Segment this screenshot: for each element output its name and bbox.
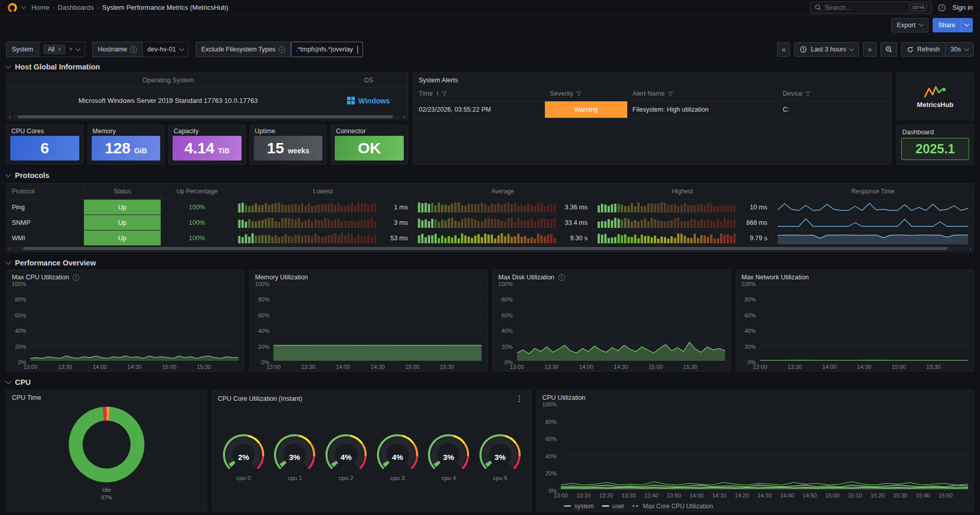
section-collapse-icon	[5, 378, 11, 384]
latency-histogram	[238, 218, 377, 228]
os-table: Operating System OS Microsoft Windows Se…	[7, 73, 407, 114]
export-button[interactable]: Export	[891, 18, 929, 32]
cpu-cores-stat: 6	[10, 136, 79, 161]
alerts-header-severity[interactable]: Severity	[545, 86, 627, 101]
zoom-out-button[interactable]	[881, 42, 897, 57]
protocol-status-cell: Up	[84, 230, 161, 245]
variable-exclude-fs-label: Exclude Filesystem Types i	[196, 42, 291, 57]
chevron-down-icon	[179, 46, 184, 51]
protocol-up-pct-cell: 100%	[161, 200, 233, 215]
scrollbar-track[interactable]	[13, 247, 967, 250]
filter-icon[interactable]	[576, 91, 581, 96]
sign-in-button[interactable]: Sign in	[952, 4, 973, 11]
protocol-row-snmp: SNMP Up 100% 3 ms 33.4 ms 868 ms	[7, 215, 973, 230]
search-input[interactable]	[824, 4, 906, 11]
time-series-chart: 0%20%40%60%80%100%13:0013:3014:0014:3015…	[736, 282, 973, 371]
time-series-chart: 0%20%40%60%80%100%13:0013:1013:2013:3013…	[537, 402, 973, 501]
status-badge: Up	[84, 230, 161, 245]
protocol-response-cell	[772, 230, 973, 245]
org-chevron-down-icon[interactable]	[21, 4, 26, 9]
time-shift-back-button[interactable]: «	[777, 42, 790, 57]
exclude-fs-label-text: Exclude Filesystem Types	[201, 46, 276, 53]
info-icon[interactable]: i	[73, 274, 79, 281]
protocols-header-status: Status	[84, 184, 161, 199]
legend-item-system[interactable]: system	[564, 503, 594, 510]
panel-title: CPU Utilization	[542, 394, 586, 401]
scroll-left-arrow[interactable]: ‹	[9, 245, 11, 252]
panel-cpu-cores: CPU Cores 6	[6, 125, 83, 165]
os-family-cell: Windows	[330, 87, 407, 114]
system-value-chip[interactable]: All ×	[44, 45, 65, 54]
info-icon[interactable]: i	[279, 46, 285, 53]
time-shift-forward-button[interactable]: »	[863, 42, 876, 57]
panel-metricshub-logo: MetricsHub	[897, 73, 974, 120]
time-series-chart: 0%20%40%60%80%100%13:0013:3014:0014:3015…	[250, 282, 487, 371]
variable-hostname-value[interactable]: dev-hv-01	[143, 42, 188, 57]
section-performance-overview[interactable]: Performance Overview	[6, 257, 974, 269]
panel-title: CPU Core Utilization (Instant)	[218, 395, 302, 402]
alert-time-cell: 02/23/2026, 03:55:22 PM	[414, 101, 545, 118]
legend-item-user[interactable]: user	[602, 503, 624, 510]
cpu-time-donut-wrap: Idle 97%	[7, 402, 207, 511]
section-title: Performance Overview	[15, 259, 96, 267]
variable-hostname-label: Hostname i	[92, 42, 143, 57]
info-icon[interactable]: i	[130, 46, 137, 53]
scrollbar-track[interactable]	[13, 115, 401, 118]
section-protocols[interactable]: Protocols	[6, 170, 974, 181]
section-cpu[interactable]: CPU	[6, 377, 974, 388]
breadcrumb-home[interactable]: Home	[31, 4, 49, 11]
cpu-row: CPU Time Idle 97% CPU Core Utilization (…	[6, 390, 974, 511]
share-menu-button[interactable]	[961, 18, 973, 32]
filter-icon[interactable]	[442, 91, 447, 96]
column-label: Device	[783, 90, 802, 97]
scrollbar-thumb[interactable]	[23, 247, 948, 250]
host-row: Operating System OS Microsoft Windows Se…	[6, 73, 974, 165]
search-box[interactable]: ctrl+k	[810, 2, 932, 14]
protocols-header-lowest: Lowest	[233, 184, 413, 199]
gauge-cpu-5: 3%cpu 5	[475, 432, 525, 481]
legend-marker	[632, 505, 640, 507]
zoom-out-icon	[885, 46, 892, 53]
latency-value: 10 ms	[741, 204, 767, 211]
protocol-name-cell: WMI	[7, 230, 84, 245]
alerts-header-time[interactable]: Time ↑	[414, 86, 545, 101]
column-label: Alert Name	[632, 90, 665, 97]
chip-remove-icon[interactable]: ×	[58, 46, 61, 53]
response-time-sparkline	[778, 232, 968, 244]
grafana-logo[interactable]	[7, 3, 18, 13]
breadcrumb-dashboards[interactable]: Dashboards	[58, 4, 94, 11]
legend-item-max-core[interactable]: Max Core CPU Utilization	[632, 503, 713, 510]
time-range-picker[interactable]: Last 3 hours	[794, 42, 859, 57]
panel-connector: Connector OK	[331, 125, 408, 165]
scroll-right-arrow[interactable]: ›	[969, 245, 971, 252]
clear-all-icon[interactable]: ×	[69, 46, 73, 53]
alerts-header-device[interactable]: Device	[778, 86, 891, 101]
variables-row: System All × × Hostname i dev-hv-01	[6, 42, 974, 57]
panel-menu-icon[interactable]: ⋮	[513, 394, 526, 403]
latency-histogram	[418, 202, 557, 212]
filter-icon[interactable]	[668, 91, 673, 96]
help-icon[interactable]: ?	[936, 2, 948, 14]
refresh-interval-picker[interactable]: 30s	[945, 42, 974, 57]
share-button[interactable]: Share	[933, 18, 961, 32]
protocol-average-cell: 33.4 ms	[413, 215, 593, 230]
alerts-header-alert-name[interactable]: Alert Name	[627, 86, 778, 101]
scrollbar-thumb[interactable]	[18, 115, 393, 118]
info-icon[interactable]: i	[558, 274, 565, 281]
filter-icon[interactable]	[805, 91, 811, 96]
exclude-fs-input[interactable]: .*tmpfs|nfs.*|overlay	[291, 42, 363, 57]
text-cursor	[357, 46, 358, 54]
protocol-highest-cell: 868 ms	[593, 215, 772, 230]
legend-marker	[602, 505, 609, 507]
windows-icon	[347, 97, 355, 104]
scroll-right-arrow[interactable]: ›	[403, 113, 405, 120]
section-collapse-icon	[5, 259, 11, 264]
scroll-left-arrow[interactable]: ‹	[9, 113, 11, 120]
refresh-button[interactable]: Refresh	[901, 42, 945, 57]
protocol-up-pct-cell: 100%	[161, 215, 233, 230]
variable-system-value[interactable]: All × ×	[39, 42, 85, 57]
performance-row: Max CPU Utilizationi 0%20%40%60%80%100%1…	[6, 270, 974, 371]
os-table-header-os-name: Operating System	[7, 73, 330, 87]
protocol-average-cell: 9.30 s	[413, 230, 593, 245]
section-host-global-information[interactable]: Host Global Information	[6, 61, 974, 73]
